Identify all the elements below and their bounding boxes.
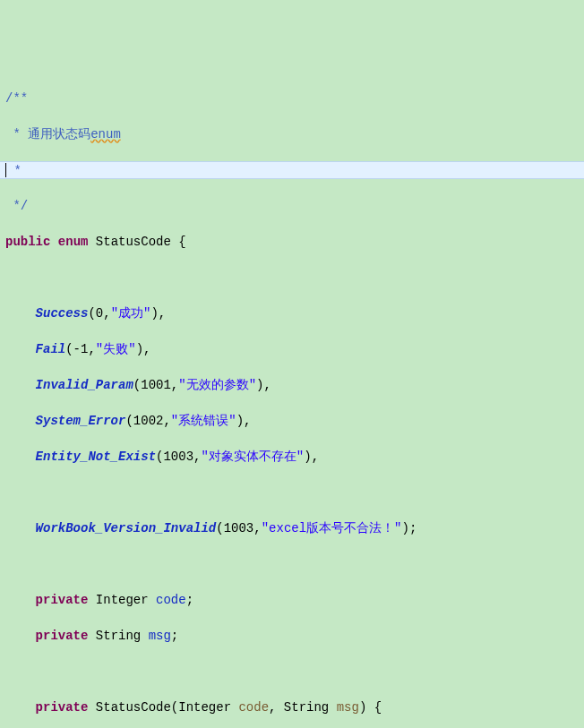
keyword-enum: enum	[58, 235, 89, 249]
code-line: private String msg;	[0, 627, 584, 645]
comment-close: */	[5, 199, 28, 213]
enum-constant: WorkBook_Version_Invalid	[36, 521, 217, 535]
keyword-private: private	[36, 593, 89, 607]
enum-constant: Invalid_Param	[36, 378, 133, 392]
code-line: Entity_Not_Exist(1003,"对象实体不存在"),	[0, 448, 584, 466]
code-line: */	[0, 197, 584, 215]
param-name: msg	[337, 700, 359, 715]
code-line: Invalid_Param(1001,"无效的参数"),	[0, 376, 584, 394]
code-line: private StatusCode(Integer code, String …	[0, 698, 584, 716]
string-literal: "失败"	[96, 342, 136, 356]
class-name: StatusCode {	[88, 235, 185, 249]
comment-prefix: *	[5, 127, 28, 141]
keyword-private: private	[36, 629, 89, 643]
string-literal: "成功"	[111, 306, 151, 321]
code-line: WorkBook_Version_Invalid(1003,"excel版本号不…	[0, 519, 584, 537]
string-literal: "无效的参数"	[178, 378, 256, 392]
spellcheck-word: enum	[90, 127, 121, 141]
code-line: Fail(-1,"失败"),	[0, 340, 584, 358]
current-line: *	[0, 161, 584, 179]
field-name: code	[156, 593, 186, 607]
code-line: * 通用状态码enum	[0, 125, 584, 143]
string-literal: "对象实体不存在"	[201, 450, 304, 464]
enum-constant: Fail	[36, 342, 66, 356]
enum-constant: Success	[36, 306, 89, 321]
blank-line	[0, 555, 584, 573]
code-line: /**	[0, 90, 584, 107]
code-line: private Integer code;	[0, 591, 584, 609]
blank-line	[0, 663, 584, 681]
blank-line	[0, 269, 584, 287]
keyword-public: public	[5, 235, 50, 249]
code-line: Success(0,"成功"),	[0, 304, 584, 322]
comment-text: *	[6, 164, 21, 178]
comment-open: /**	[5, 91, 28, 106]
string-literal: "excel版本号不合法！"	[262, 521, 402, 535]
code-line: public enum StatusCode {	[0, 233, 584, 251]
blank-line	[0, 484, 584, 501]
keyword-private: private	[36, 700, 89, 715]
comment-text: 通用状态码	[28, 127, 90, 141]
field-name: msg	[149, 629, 171, 643]
param-name: code	[238, 700, 269, 715]
enum-constant: System_Error	[36, 414, 126, 428]
string-literal: "系统错误"	[171, 414, 236, 428]
code-editor[interactable]: /** * 通用状态码enum * */ public enum StatusC…	[0, 72, 584, 728]
enum-constant: Entity_Not_Exist	[36, 450, 156, 464]
code-line: System_Error(1002,"系统错误"),	[0, 412, 584, 430]
